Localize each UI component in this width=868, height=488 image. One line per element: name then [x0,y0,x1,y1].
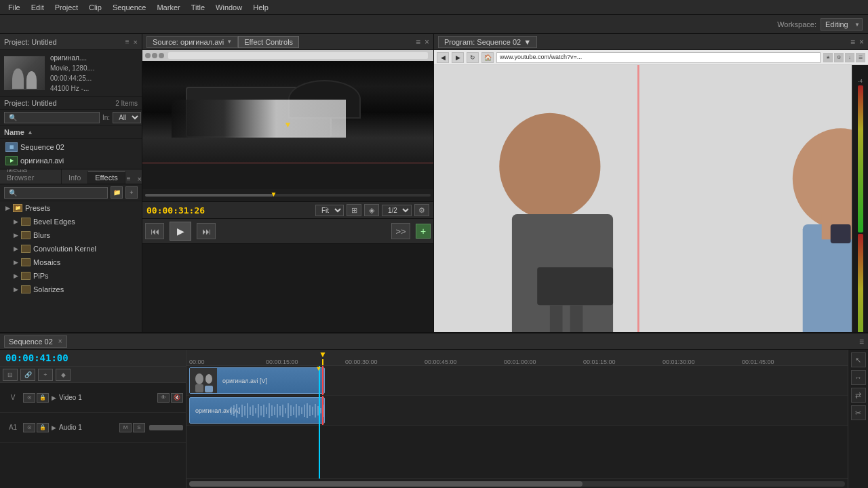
new-effect-btn[interactable]: + [125,186,138,199]
effects-folder-pips[interactable]: ▶ PiPs [0,269,142,283]
tool-select[interactable]: ↖ [851,352,866,367]
program-title-btn[interactable]: Program: Sequence 02 ▼ [438,36,537,48]
browser-icon-3[interactable]: ↓ [845,53,854,62]
audio-track-row[interactable]: оригинал.avi [A] [186,396,848,426]
tab-effects[interactable]: Effects [88,171,125,184]
project-search-input[interactable] [4,112,100,123]
svg-rect-30 [263,405,264,417]
tab-info[interactable]: Info [62,171,88,184]
video-clip-block[interactable]: оригинал.avi [V] [189,367,325,394]
project-panel-menu[interactable]: ≡ [124,37,131,47]
source-play-btn[interactable]: ▶ [170,222,191,241]
browser-icon-2[interactable]: ⚙ [834,53,844,62]
menu-file[interactable]: File [3,2,26,13]
menu-title[interactable]: Title [186,2,210,13]
source-fit-select[interactable]: Fit [315,205,344,216]
audio-solo-btn[interactable]: S [133,423,145,432]
menu-window[interactable]: Window [210,2,248,13]
source-monitor-menu[interactable]: ≡ [416,37,420,47]
tool-rate[interactable]: ⇄ [851,388,866,403]
menu-project[interactable]: Project [50,2,83,13]
audio-clip-cut-line [322,396,323,425]
svg-rect-20 [236,404,237,418]
menu-edit[interactable]: Edit [26,2,50,13]
menu-help[interactable]: Help [248,2,274,13]
effects-search-input[interactable] [4,187,108,199]
effects-folder-solarizes[interactable]: ▶ Solarizes [0,283,142,296]
linked-btn[interactable]: 🔗 [20,369,35,381]
source-step-back-btn[interactable]: ⏮ [145,223,164,239]
source-settings-btn[interactable]: ⚙ [414,204,429,216]
ruler-mark-3: 00:00:45:00 [425,359,457,365]
video-lock-btn[interactable]: 🔒 [37,393,49,403]
menu-sequence[interactable]: Sequence [107,2,152,13]
source-monitor-close[interactable]: × [425,37,429,47]
source-output-btn[interactable]: ◈ [364,204,379,216]
new-folder-btn[interactable]: 📁 [111,186,123,199]
audio-hide-btn[interactable]: M [119,423,132,432]
tab-media-browser[interactable]: Media Browser [0,169,62,184]
marker-btn[interactable]: ◆ [56,369,71,381]
timeline-scrollbar-track[interactable] [189,481,845,487]
browser-url-bar[interactable]: www.youtube.com/watch?v=... [496,52,821,63]
project-bar: Project: Untitled 2 Items [0,97,142,110]
effects-folder-presets[interactable]: ▶ 📁 Presets [0,201,142,215]
browser-icon-4[interactable]: ☰ [856,53,865,62]
timeline-panel-title: Sequence 02 [9,338,53,346]
source-title-btn[interactable]: Source: оригинал.avi ▼ [146,36,238,48]
audio-clip-block[interactable]: оригинал.avi [A] [189,397,325,424]
effects-folder-blurs[interactable]: ▶ Blurs [0,228,142,242]
effects-panel-close[interactable]: × [138,175,142,183]
tool-ripple[interactable]: ↔ [851,370,866,385]
snap-btn[interactable]: ⊟ [3,369,18,381]
timeline-content: 00:00:41:00 ⊟ 🔗 + ◆ V ⊙ 🔒 ▶ [0,350,868,488]
project-panel-close[interactable]: × [134,38,138,46]
video-clip-cut-line [322,366,323,395]
source-scrub-track[interactable]: ▼ [145,194,431,197]
source-add-btn[interactable]: + [416,224,431,239]
project-thumbnail [4,56,45,90]
add-tracks-btn[interactable]: + [38,369,53,381]
effects-folder-bevel[interactable]: ▶ Bevel Edges [0,215,142,228]
folder-pips-label: PiPs [33,272,49,280]
video-mute-btn[interactable]: 🔇 [171,393,183,403]
source-step-fwd-btn[interactable]: ⏭ [197,223,216,239]
browser-fwd-btn[interactable]: ▶ [452,52,464,63]
list-item-avi[interactable]: ▶ оригинал.avi [0,154,142,167]
workspace-dropdown[interactable]: Editing [821,18,863,30]
program-monitor-menu[interactable]: ≡ [850,37,855,47]
menu-marker[interactable]: Marker [151,2,185,13]
list-item-sequence[interactable]: ▦ Sequence 02 [0,140,142,154]
audio-lock-btn[interactable]: 🔒 [37,423,49,432]
timeline-ruler[interactable]: 00:00 00:00:15:00 00:00:30:00 00:00:45:0… [186,350,848,366]
in-select[interactable]: All [113,112,141,123]
effects-folder-mosaics[interactable]: ▶ Mosaics [0,256,142,269]
source-safe-margins-btn[interactable]: ⊞ [347,204,361,216]
timeline-scrollbar[interactable] [186,479,848,488]
effects-folder-convolution[interactable]: ▶ Convolution Kernel [0,242,142,256]
audio-volume-bar[interactable] [149,425,183,430]
video-hide-btn[interactable]: 👁 [157,393,170,403]
browser-home-btn[interactable]: 🏠 [481,52,494,63]
tool-razor[interactable]: ✂ [851,405,866,420]
source-quality-select[interactable]: 1/2 [382,205,412,216]
video-sync-btn[interactable]: ⊙ [23,393,35,403]
in-label: In: [102,114,110,121]
timeline-tab-close[interactable]: × [58,338,62,345]
browser-bar: ◀ ▶ ↻ 🏠 www.youtube.com/watch?v=... ★ ⚙ … [434,50,868,65]
workspace-select[interactable]: Editing [821,18,863,30]
program-monitor-close[interactable]: × [859,37,864,47]
browser-back-btn[interactable]: ◀ [437,52,449,63]
menu-clip[interactable]: Clip [83,2,107,13]
audio-sync-btn[interactable]: ⊙ [23,423,35,432]
timeline-scrollbar-thumb[interactable] [189,481,583,487]
effect-controls-tab[interactable]: Effect Controls [238,36,299,48]
source-scrub-bar[interactable]: ▼ [142,189,433,201]
browser-icon-1[interactable]: ★ [823,53,833,62]
source-fast-fwd-btn[interactable]: >> [391,223,410,239]
browser-refresh-btn[interactable]: ↻ [467,52,479,63]
effects-panel-menu[interactable]: ≡ [125,174,132,184]
timeline-panel-menu[interactable]: ≡ [859,337,864,346]
timeline-title-btn[interactable]: Sequence 02 × [4,336,67,348]
video-track-row[interactable]: оригинал.avi [V] [186,366,848,396]
